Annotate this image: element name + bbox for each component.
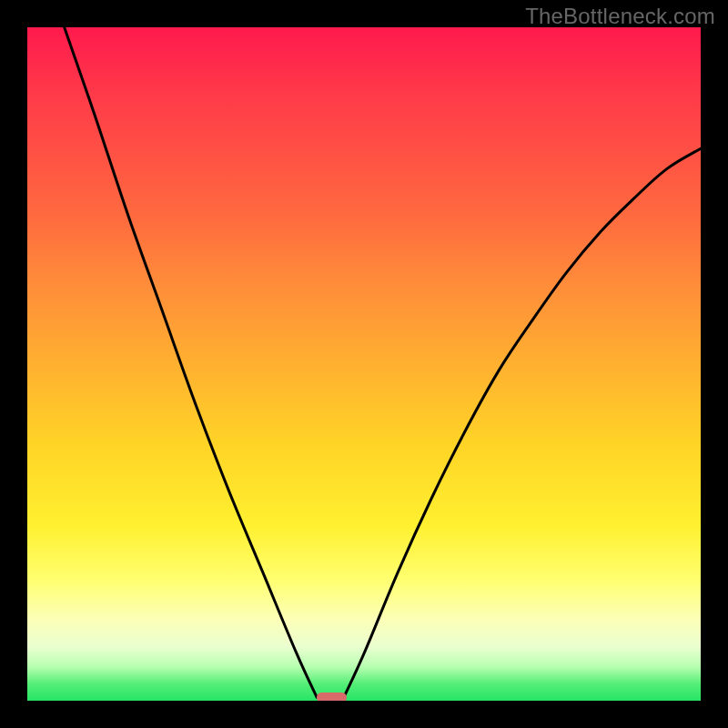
- curve-layer: [27, 27, 701, 701]
- value-marker: [317, 693, 347, 701]
- curve-left: [65, 27, 318, 697]
- chart-frame: TheBottleneck.com: [0, 0, 728, 728]
- curve-right: [344, 148, 701, 697]
- watermark-text: TheBottleneck.com: [525, 4, 715, 29]
- plot-area: [27, 27, 701, 701]
